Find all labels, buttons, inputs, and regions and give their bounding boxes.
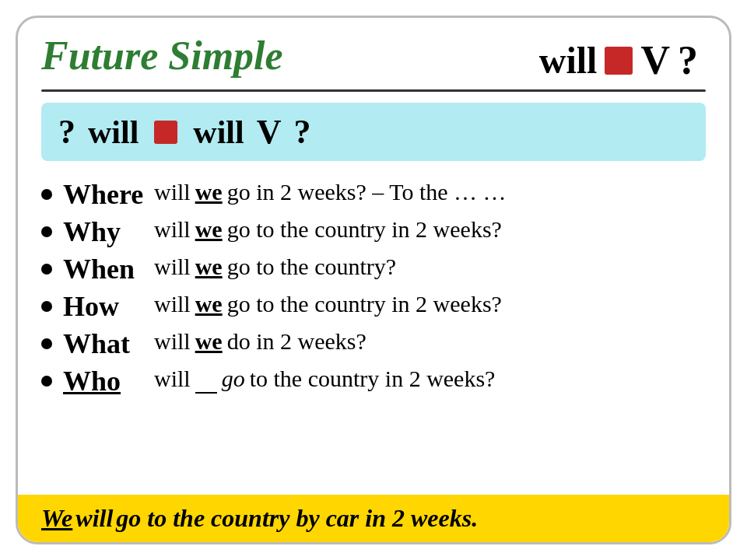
rest-who: to the country in 2 weeks? — [250, 366, 496, 392]
main-card: Future Simple will V ? ? will will V ? W… — [16, 16, 731, 544]
qbar-red-square — [154, 121, 177, 144]
we-where: we — [195, 179, 223, 205]
rest-when: go to the country? — [227, 254, 396, 280]
examples-list: Where will we go in 2 weeks? – To the … … — [41, 178, 706, 397]
will-how: will — [154, 291, 191, 317]
page-title: Future Simple — [41, 33, 283, 78]
row-how: How will we go to the country in 2 weeks… — [41, 290, 706, 323]
qbar-q2: ? — [293, 112, 310, 152]
bullet-what — [41, 338, 52, 349]
formula-v: V — [640, 37, 670, 83]
bottom-we: We — [41, 504, 72, 533]
bullet-why — [41, 226, 52, 237]
we-how: we — [195, 291, 223, 317]
will-who: will — [154, 366, 191, 392]
qbar-will2: will — [193, 114, 244, 151]
formula-will: will — [539, 39, 598, 82]
will-what: will — [154, 328, 191, 355]
we-why: we — [195, 216, 223, 243]
red-square-icon — [605, 47, 633, 75]
bottom-will: will — [75, 504, 113, 533]
row-what: What will we do in 2 weeks? — [41, 327, 706, 360]
bullet-how — [41, 301, 52, 312]
bottom-bar: We will go to the country by car in 2 we… — [18, 495, 729, 542]
sentence-who: will go to the country in 2 weeks? — [154, 366, 495, 394]
bullet-when — [41, 264, 52, 275]
bullet-where — [41, 189, 52, 200]
qbar-will1: will — [88, 114, 139, 151]
row-who: Who will go to the country in 2 weeks? — [41, 365, 706, 397]
will-why: will — [154, 216, 191, 243]
row-when: When will we go to the country? — [41, 253, 706, 285]
sentence-when: will we go to the country? — [154, 254, 396, 280]
question-bar: ? will will V ? — [41, 103, 706, 161]
sentence-what: will we do in 2 weeks? — [154, 328, 366, 355]
rest-how: go to the country in 2 weeks? — [227, 291, 502, 317]
rest-where: go in 2 weeks? – To the … … — [227, 179, 507, 205]
rest-why: go to the country in 2 weeks? — [227, 216, 502, 243]
qbar-q1: ? — [58, 112, 75, 152]
header-row: Future Simple will V ? — [41, 33, 706, 83]
we-when: we — [195, 254, 223, 280]
row-where: Where will we go in 2 weeks? – To the … … — [41, 178, 706, 211]
wh-when: When — [63, 253, 135, 285]
bullet-who — [41, 376, 52, 387]
wh-why: Why — [63, 215, 121, 248]
rest-what: do in 2 weeks? — [227, 328, 366, 355]
will-when: will — [154, 254, 191, 280]
will-where: will — [154, 179, 191, 205]
divider — [41, 89, 706, 92]
go-who: go — [222, 366, 245, 392]
sentence-where: will we go in 2 weeks? – To the … … — [154, 179, 507, 205]
sentence-how: will we go to the country in 2 weeks? — [154, 291, 502, 317]
row-why: Why will we go to the country in 2 weeks… — [41, 215, 706, 248]
wh-how: How — [63, 290, 119, 323]
wh-where: Where — [63, 178, 143, 211]
blank-who — [195, 366, 217, 394]
wh-who: Who — [63, 365, 121, 397]
sentence-why: will we go to the country in 2 weeks? — [154, 216, 502, 243]
we-what: we — [195, 328, 223, 355]
bottom-rest: go to the country by car in 2 weeks. — [116, 504, 478, 533]
formula-question: ? — [678, 37, 698, 83]
qbar-v: V — [257, 112, 282, 152]
wh-what: What — [63, 327, 130, 360]
formula-top: will V ? — [539, 33, 706, 83]
